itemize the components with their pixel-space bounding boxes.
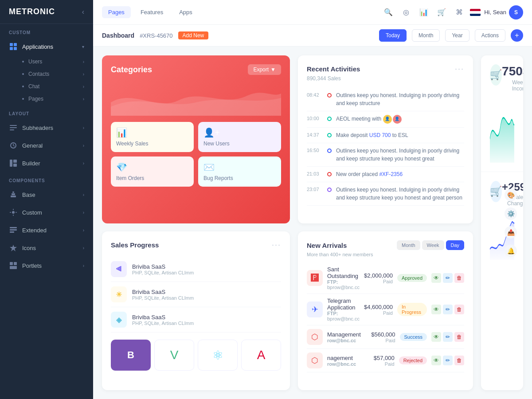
sidebar-item-builder[interactable]: Builder ›: [0, 154, 93, 172]
income-card: 🛒 750$ Weekly Income: [481, 55, 523, 390]
progress-menu[interactable]: ···: [272, 240, 281, 250]
activity-dot-5: [327, 188, 332, 192]
section-custom-label: CUSTOM: [0, 24, 93, 38]
vue-logo[interactable]: V: [154, 340, 194, 371]
cat-new-users[interactable]: 👤+ New Users: [198, 122, 281, 152]
custom-label: Custom: [22, 209, 83, 216]
add-new-badge[interactable]: Add New: [178, 31, 209, 39]
add-button[interactable]: +: [511, 29, 523, 42]
sales-icon: 🛒: [490, 181, 502, 202]
user-avatar[interactable]: S: [509, 5, 523, 20]
delete-btn-1[interactable]: 🗑: [454, 305, 464, 314]
tab-features[interactable]: Features: [134, 6, 169, 18]
arrivals-tab-day[interactable]: Day: [446, 240, 465, 250]
bootstrap-logo[interactable]: B: [111, 340, 151, 371]
general-icon: [9, 141, 18, 150]
icons-label: Icons: [22, 245, 83, 251]
palette-icon[interactable]: 🎨: [505, 189, 517, 201]
arrival-price-1: $4,600,000: [364, 304, 393, 310]
delete-btn-3[interactable]: 🗑: [454, 356, 464, 365]
arrival-amount-2: $560,000 Paid: [371, 331, 395, 343]
activity-time-4: 21:03: [307, 171, 323, 176]
sidebar-item-general[interactable]: General ›: [0, 137, 93, 154]
subheaders-arrow: ›: [83, 125, 84, 130]
activities-title: Recent Activities: [307, 65, 360, 73]
edit-btn-3[interactable]: ✏: [443, 356, 453, 365]
arrival-info-3: nagement row@bnc.cc: [327, 355, 369, 367]
categories-title: Categories: [111, 65, 152, 74]
view-btn-1[interactable]: 👁: [431, 305, 441, 314]
grid-icon[interactable]: ⌘: [452, 5, 466, 20]
arrivals-tab-month[interactable]: Month: [397, 240, 420, 250]
sidebar-item-extended[interactable]: Extended ›: [0, 221, 93, 239]
activities-menu[interactable]: ···: [455, 64, 464, 74]
edit-btn-2[interactable]: ✏: [443, 332, 453, 342]
chart-icon[interactable]: 📊: [417, 5, 431, 20]
sidebar-subitem-pages[interactable]: Pages ›: [22, 93, 93, 105]
pages-dot: [22, 98, 24, 100]
builder-arrow: ›: [83, 161, 84, 166]
extended-arrow: ›: [83, 228, 84, 233]
activity-dot-4: [327, 172, 332, 176]
delete-btn-0[interactable]: 🗑: [454, 273, 464, 283]
delete-btn-2[interactable]: 🗑: [454, 332, 464, 342]
subheader-title: Dashboard: [102, 32, 134, 39]
arrival-status-3: Rejected: [399, 356, 427, 364]
network-icon[interactable]: ◎: [399, 5, 413, 20]
cat-bug-reports[interactable]: ✉️ Bug Reports: [198, 156, 281, 187]
language-flag[interactable]: [470, 9, 481, 16]
export-button[interactable]: Export ▼: [248, 64, 281, 75]
order-highlight: #XF-2356: [379, 171, 403, 177]
edit-btn-1[interactable]: ✏: [443, 305, 453, 314]
categories-card: Categories Export ▼ 📊 Weekly Sales 👤+ Ne: [102, 55, 290, 223]
settings-icon[interactable]: ⚙️: [505, 207, 517, 220]
svg-rect-20: [14, 262, 17, 265]
arrival-paid-3: Paid: [374, 361, 395, 367]
sidebar-item-base[interactable]: Base ›: [0, 186, 93, 203]
activity-time-0: 08:42: [307, 92, 323, 98]
tab-apps[interactable]: Apps: [173, 6, 199, 18]
cat-weekly-sales[interactable]: 📊 Weekly Sales: [111, 122, 194, 152]
framework-logos: B V ⚛ A: [111, 340, 281, 371]
view-btn-0[interactable]: 👁: [431, 273, 441, 283]
subheader: Dashboard #XRS-45670 Add New Today Month…: [93, 25, 532, 47]
today-button[interactable]: Today: [379, 29, 407, 42]
section-components-label: COMPONENTS: [0, 172, 93, 186]
react-logo[interactable]: ⚛: [198, 340, 238, 371]
bell-icon[interactable]: 🔔: [505, 245, 517, 257]
sidebar-item-custom[interactable]: Custom ›: [0, 203, 93, 221]
svg-rect-11: [11, 196, 16, 197]
activity-time-2: 14:37: [307, 132, 323, 137]
month-button[interactable]: Month: [412, 29, 440, 42]
sidebar-subitem-users[interactable]: Users ›: [22, 55, 93, 68]
applications-icon: [9, 42, 18, 51]
sidebar-item-icons[interactable]: Icons ›: [0, 239, 93, 257]
year-button[interactable]: Year: [445, 29, 469, 42]
send-icon[interactable]: 📤: [505, 226, 517, 239]
search-icon[interactable]: 🔍: [381, 5, 395, 20]
sidebar-subitem-chat[interactable]: Chat ›: [22, 80, 93, 93]
sales-progress-card: Sales Progress ··· ⫷ Briviba SaaS PHP, S…: [102, 231, 290, 390]
arrival-amount-3: $57,000 Paid: [374, 355, 395, 367]
arrival-paid-2: Paid: [371, 338, 395, 343]
svg-rect-12: [12, 193, 15, 195]
sidebar-item-subheaders[interactable]: Subheaders ›: [0, 119, 93, 137]
view-btn-2[interactable]: 👁: [431, 332, 441, 342]
view-btn-3[interactable]: 👁: [431, 356, 441, 365]
cart-icon[interactable]: 🛒: [434, 5, 449, 20]
arrivals-subtitle: More than 400+ new members: [307, 252, 464, 257]
angular-logo[interactable]: A: [241, 340, 281, 371]
arrivals-tab-week[interactable]: Week: [422, 240, 444, 250]
builder-label: Builder: [22, 160, 83, 167]
edit-btn-0[interactable]: ✏: [443, 273, 453, 283]
sidebar-item-applications[interactable]: Applications ▾: [0, 38, 93, 55]
sidebar-item-portlets[interactable]: Portlets ›: [0, 257, 93, 274]
sidebar-toggle[interactable]: ‹: [82, 8, 84, 16]
actions-button[interactable]: Actions: [475, 29, 505, 42]
tab-pages[interactable]: Pages: [102, 6, 131, 18]
portlets-icon: [9, 261, 18, 270]
arrival-status-1: In Progress: [397, 303, 427, 316]
sidebar-subitem-contacts[interactable]: Contacts ›: [22, 68, 93, 80]
cat-item-orders[interactable]: 💎 Item Orders: [111, 156, 194, 187]
chat-dot: [22, 86, 24, 87]
